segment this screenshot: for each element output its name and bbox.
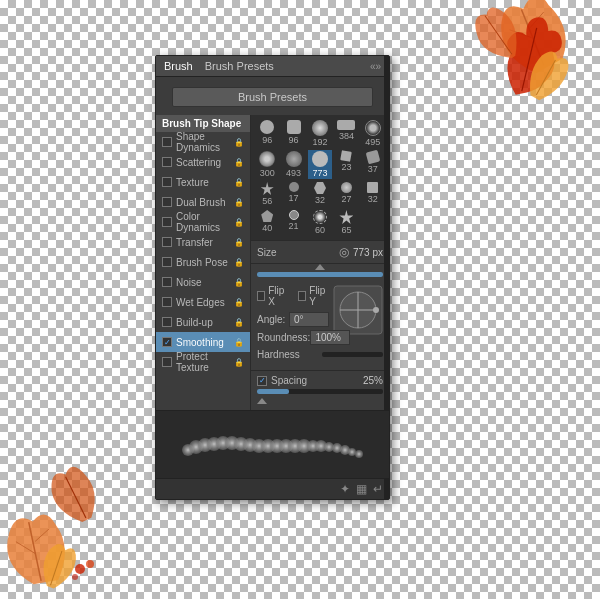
size-slider-track[interactable] (257, 272, 383, 277)
protect-texture-lock: 🔒 (234, 358, 244, 367)
svg-point-39 (355, 450, 363, 458)
size-control-row: Size ◎ 773 px (251, 240, 389, 264)
noise-lock: 🔒 (234, 278, 244, 287)
sidebar-item-transfer[interactable]: Transfer 🔒 (156, 232, 250, 252)
shape-dynamics-label: Shape Dynamics (176, 131, 230, 153)
svg-point-18 (373, 307, 379, 313)
preset-item[interactable]: 27 (334, 181, 358, 207)
flip-y-checkbox[interactable] (298, 291, 306, 301)
scattering-checkbox[interactable] (162, 157, 172, 167)
sidebar-item-noise[interactable]: Noise 🔒 (156, 272, 250, 292)
color-dynamics-checkbox[interactable] (162, 217, 172, 227)
sidebar-item-scattering[interactable]: Scattering 🔒 (156, 152, 250, 172)
brush-pose-checkbox[interactable] (162, 257, 172, 267)
preset-item[interactable]: 192 (308, 119, 332, 148)
preset-item[interactable]: 65 (334, 209, 358, 236)
flip-x-checkbox[interactable] (257, 291, 265, 301)
brush-tip-shape-title[interactable]: Brush Tip Shape (156, 115, 250, 132)
flip-row: Flip X Flip Y (257, 285, 329, 307)
dual-brush-label: Dual Brush (176, 197, 225, 208)
panel-close-button[interactable]: «» (370, 61, 381, 72)
shape-dynamics-checkbox[interactable] (162, 137, 172, 147)
preset-item[interactable]: 32 (361, 181, 385, 207)
preset-item-selected[interactable]: 773 (308, 150, 332, 179)
dual-brush-checkbox[interactable] (162, 197, 172, 207)
preset-item[interactable]: 17 (281, 181, 305, 207)
smoothing-lock: 🔒 (234, 338, 244, 347)
footer-icon-2[interactable]: ▦ (356, 482, 367, 496)
texture-checkbox[interactable] (162, 177, 172, 187)
angle-input[interactable] (289, 312, 329, 327)
preset-item[interactable]: 56 (255, 181, 279, 207)
sidebar: Brush Tip Shape Shape Dynamics 🔒 Scatter… (156, 115, 251, 410)
transfer-label: Transfer (176, 237, 213, 248)
build-up-lock: 🔒 (234, 318, 244, 327)
spacing-slider-triangle[interactable] (257, 398, 267, 404)
brush-presets-button[interactable]: Brush Presets (172, 87, 373, 107)
sidebar-item-color-dynamics[interactable]: Color Dynamics 🔒 (156, 212, 250, 232)
roundness-input[interactable] (310, 330, 350, 345)
preset-item[interactable]: 21 (281, 209, 305, 236)
sidebar-item-protect-texture[interactable]: Protect Texture 🔒 (156, 352, 250, 372)
presets-grid[interactable]: 96 96 192 384 (251, 115, 389, 240)
noise-label: Noise (176, 277, 202, 288)
sidebar-item-dual-brush[interactable]: Dual Brush 🔒 (156, 192, 250, 212)
spacing-checkbox[interactable]: ✓ (257, 376, 267, 386)
smoothing-checkbox[interactable]: ✓ (162, 337, 172, 347)
build-up-label: Build-up (176, 317, 213, 328)
svg-point-38 (348, 448, 356, 456)
panel-header: Brush Brush Presets «» (156, 56, 389, 77)
preset-item[interactable]: 493 (281, 150, 305, 179)
preset-item[interactable]: 96 (281, 119, 305, 148)
tab-brush[interactable]: Brush (164, 60, 193, 72)
flip-y-control[interactable]: Flip Y (298, 285, 329, 307)
hardness-row: Hardness (257, 349, 383, 360)
panel-body: Brush Tip Shape Shape Dynamics 🔒 Scatter… (156, 115, 389, 410)
size-icon: ◎ (339, 245, 349, 259)
build-up-checkbox[interactable] (162, 317, 172, 327)
spacing-checkbox-label[interactable]: ✓ Spacing (257, 375, 307, 386)
sidebar-item-brush-pose[interactable]: Brush Pose 🔒 (156, 252, 250, 272)
preset-item[interactable]: 60 (308, 209, 332, 236)
brush-preview (178, 422, 368, 467)
transfer-lock: 🔒 (234, 238, 244, 247)
content-area: 96 96 192 384 (251, 115, 389, 410)
smoothing-label: Smoothing (176, 337, 224, 348)
flip-x-control[interactable]: Flip X (257, 285, 288, 307)
sidebar-item-wet-edges[interactable]: Wet Edges 🔒 (156, 292, 250, 312)
sidebar-item-build-up[interactable]: Build-up 🔒 (156, 312, 250, 332)
tab-brush-presets[interactable]: Brush Presets (205, 60, 274, 72)
preset-item[interactable]: 23 (334, 150, 358, 179)
preset-item[interactable]: 300 (255, 150, 279, 179)
spacing-row: ✓ Spacing 25% (257, 375, 383, 386)
dual-brush-lock: 🔒 (234, 198, 244, 207)
preset-item[interactable]: 37 (361, 150, 385, 179)
protect-texture-label: Protect Texture (176, 351, 230, 373)
brush-pose-label: Brush Pose (176, 257, 228, 268)
noise-checkbox[interactable] (162, 277, 172, 287)
spacing-slider-track[interactable] (257, 389, 383, 394)
footer-icon-1[interactable]: ✦ (340, 482, 350, 496)
flip-y-label: Flip Y (309, 285, 329, 307)
transfer-checkbox[interactable] (162, 237, 172, 247)
sidebar-item-smoothing[interactable]: ✓ Smoothing 🔒 (156, 332, 250, 352)
footer-icon-3[interactable]: ↵ (373, 482, 383, 496)
brush-preview-area (156, 410, 389, 478)
hardness-label: Hardness (257, 349, 322, 360)
preset-item[interactable]: 40 (255, 209, 279, 236)
sidebar-item-texture[interactable]: Texture 🔒 (156, 172, 250, 192)
preset-item[interactable]: 32 (308, 181, 332, 207)
hardness-slider[interactable] (322, 352, 383, 357)
wet-edges-lock: 🔒 (234, 298, 244, 307)
wet-edges-label: Wet Edges (176, 297, 225, 308)
sidebar-item-shape-dynamics[interactable]: Shape Dynamics 🔒 (156, 132, 250, 152)
preset-item[interactable]: 384 (334, 119, 358, 148)
preset-item[interactable]: 96 (255, 119, 279, 148)
scattering-lock: 🔒 (234, 158, 244, 167)
wet-edges-checkbox[interactable] (162, 297, 172, 307)
preset-item[interactable]: 495 (361, 119, 385, 148)
size-slider-triangle[interactable] (315, 264, 325, 270)
protect-texture-checkbox[interactable] (162, 357, 172, 367)
spacing-label: Spacing (271, 375, 307, 386)
color-dynamics-lock: 🔒 (234, 218, 244, 227)
